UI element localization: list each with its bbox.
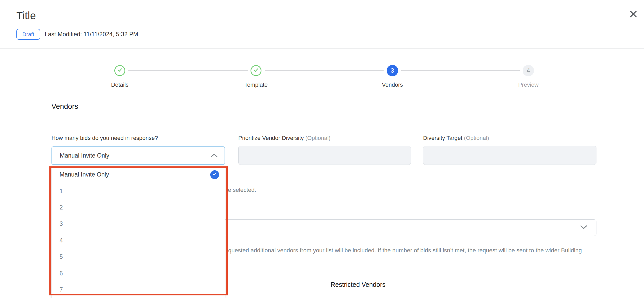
- header-divider: [0, 48, 644, 49]
- step-label-vendors[interactable]: Vendors: [382, 82, 403, 88]
- step-label-template[interactable]: Template: [244, 82, 267, 88]
- step-label-details[interactable]: Details: [111, 82, 128, 88]
- check-icon: [253, 67, 259, 74]
- option-label: 1: [60, 188, 63, 195]
- option-label: 7: [60, 286, 63, 293]
- option-label: Manual Invite Only: [60, 171, 109, 178]
- option-label: 3: [60, 220, 63, 227]
- dropdown-option-5[interactable]: 5: [52, 249, 225, 265]
- dropdown-option-4[interactable]: 4: [52, 232, 225, 249]
- restricted-vendors-divider: [331, 293, 597, 293]
- option-label: 2: [60, 204, 63, 211]
- section-title: Vendors: [51, 102, 78, 111]
- step-label-preview[interactable]: Preview: [518, 82, 538, 88]
- step-number: 4: [527, 67, 530, 74]
- diversity-field-label: Prioritize Vendor Diversity (Optional): [238, 135, 331, 141]
- target-optional-text: (Optional): [464, 135, 489, 141]
- close-button[interactable]: [627, 8, 640, 20]
- dropdown-option-7[interactable]: 7: [52, 282, 225, 298]
- step-vendors-circle[interactable]: 3: [387, 65, 398, 76]
- bids-select[interactable]: Manual Invite Only: [51, 146, 225, 165]
- step-preview-circle[interactable]: 4: [523, 65, 534, 76]
- left-column-divider: [218, 293, 318, 293]
- option-label: 4: [60, 237, 63, 244]
- bids-label-text: How many bids do you need in response?: [51, 135, 158, 141]
- target-field-label: Diversity Target (Optional): [423, 135, 489, 141]
- stepper-connector-3: [401, 70, 520, 71]
- vendor-list-select[interactable]: [218, 219, 596, 236]
- last-modified-text: Last Modified: 11/11/2024, 5:32 PM: [45, 31, 138, 38]
- bids-select-value: Manual Invite Only: [60, 152, 211, 159]
- bids-dropdown-panel: Manual Invite Only 1 2 3 4 5 6 7: [51, 166, 225, 298]
- close-icon: [629, 10, 638, 18]
- diversity-target-input: [423, 146, 596, 165]
- option-label: 5: [60, 253, 63, 260]
- clipped-helper-text: e selected.: [228, 187, 256, 193]
- check-icon: [117, 67, 123, 74]
- dropdown-option-2[interactable]: 2: [52, 199, 225, 216]
- chevron-down-icon: [580, 225, 587, 230]
- dropdown-option-6[interactable]: 6: [52, 265, 225, 281]
- bids-field-label: How many bids do you need in response?: [51, 135, 158, 141]
- diversity-label-text: Prioritize Vendor Diversity: [238, 135, 304, 141]
- stepper-connector-2: [265, 70, 384, 71]
- check-icon: [212, 171, 217, 178]
- dropdown-option-3[interactable]: 3: [52, 216, 225, 232]
- step-number: 3: [391, 67, 394, 74]
- option-label: 6: [60, 270, 63, 277]
- dropdown-option-1[interactable]: 1: [52, 183, 225, 199]
- dropdown-option-manual-invite-only[interactable]: Manual Invite Only: [52, 166, 225, 183]
- prioritize-vendor-diversity-input: [238, 146, 411, 165]
- section-divider: [51, 115, 596, 115]
- page-title: Title: [16, 10, 36, 22]
- clipped-paragraph-text: quested additional vendors from your lis…: [228, 247, 582, 254]
- diversity-optional-text: (Optional): [305, 135, 331, 141]
- chevron-up-icon: [211, 152, 218, 159]
- restricted-vendors-title: Restricted Vendors: [331, 281, 385, 288]
- step-template-circle[interactable]: [251, 65, 261, 76]
- status-badge: Draft: [16, 29, 40, 40]
- target-label-text: Diversity Target: [423, 135, 462, 141]
- modal-wizard: Title Draft Last Modified: 11/11/2024, 5…: [0, 0, 644, 298]
- selected-check-badge: [210, 170, 219, 179]
- step-details-circle[interactable]: [114, 65, 125, 76]
- stepper-connector-1: [128, 70, 248, 71]
